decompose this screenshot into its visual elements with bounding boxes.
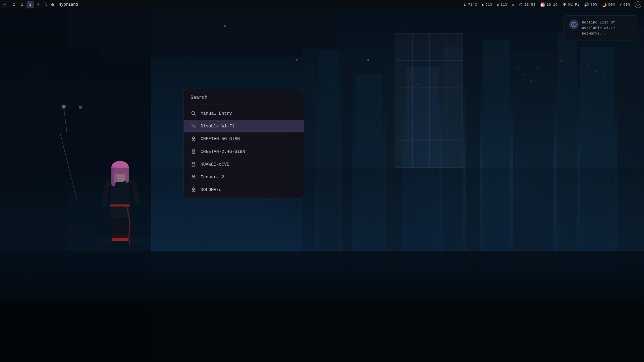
wifi-item-cheetah5g[interactable]: CHEETAH-5G-GiBN	[184, 132, 304, 145]
svg-rect-32	[595, 70, 598, 72]
svg-rect-40	[27, 101, 29, 161]
wifi-list: Manual Entry Disable Wi-Fi	[184, 105, 304, 198]
wifi-item-manual-entry[interactable]: Manual Entry	[184, 107, 304, 120]
clock-item: ⏱ 13:53	[519, 2, 535, 7]
battery-item: ⚡ 60%	[620, 2, 630, 7]
lock-icon-cheetah24g	[191, 148, 197, 155]
arch-icon: ▲	[512, 2, 514, 7]
svg-point-83	[193, 139, 194, 140]
lock-icon-dolomako	[191, 187, 197, 193]
wifi-item-manual-entry-label: Manual Entry	[201, 111, 297, 116]
lock-icon-cheetah5g	[191, 136, 197, 142]
wifi-search-container: Search	[184, 89, 304, 105]
workspace-4[interactable]: 4	[35, 1, 42, 8]
workspace-1[interactable]: 1	[10, 1, 18, 8]
svg-rect-25	[517, 67, 519, 68]
lock-icon-tensura	[191, 174, 197, 180]
lock-icon-huawei	[191, 161, 197, 167]
svg-rect-78	[0, 168, 644, 302]
temperature-item: 🌡 71°C	[463, 2, 477, 7]
wifi-status-value: Wi-Fi	[568, 3, 579, 7]
search-icon	[191, 110, 197, 116]
svg-rect-77	[396, 34, 463, 168]
temp-icon: 🌡	[463, 2, 467, 7]
volume-item: 🔊 70%	[584, 2, 597, 7]
wifi-status-icon	[562, 3, 567, 7]
notification-popup: Getting list of available Wi-Fi networks…	[564, 15, 637, 41]
wifi-off-icon	[191, 123, 197, 129]
notification-icon	[569, 20, 579, 29]
topbar-right: 🌡 71°C ▮ 51% ◉ 11% ▲ ⏱ 13:53 📅 10-16	[463, 1, 641, 8]
svg-point-85	[193, 152, 194, 153]
window-title: Hyprland	[59, 2, 78, 7]
brightness-value: 50%	[608, 3, 615, 7]
wifi-item-tensura[interactable]: Tensura 2	[184, 171, 304, 183]
bg-scene	[0, 0, 644, 362]
svg-rect-37	[34, 67, 44, 101]
svg-rect-16	[327, 74, 328, 75]
wifi-menu: Search Manual Entry Disab	[183, 89, 304, 198]
svg-point-89	[193, 178, 194, 178]
temperature-value: 71°C	[468, 3, 477, 7]
wifi-item-huawei-label: HUAWEI-cCVE	[201, 162, 297, 167]
svg-rect-30	[567, 67, 569, 68]
cpu-value: 11%	[500, 3, 507, 7]
cpu-icon: ◉	[497, 2, 499, 7]
svg-rect-18	[359, 84, 360, 85]
wifi-search-label: Search	[191, 95, 207, 100]
battery-main-value: 51%	[485, 3, 492, 7]
svg-rect-19	[364, 90, 365, 92]
svg-rect-29	[560, 60, 562, 62]
svg-point-91	[193, 190, 194, 191]
battery-icon: ⚡	[620, 2, 622, 7]
svg-rect-44	[134, 30, 268, 57]
arch-item: ▲	[512, 2, 514, 7]
workspace-2[interactable]: 2	[18, 1, 26, 8]
svg-rect-31	[587, 64, 589, 65]
svg-point-52	[79, 106, 82, 109]
svg-rect-28	[537, 67, 539, 68]
brightness-icon: 🌙	[602, 2, 607, 7]
svg-rect-26	[523, 74, 525, 75]
workspace-5[interactable]: 5	[43, 1, 50, 8]
wifi-item-disable-label: Disable Wi-Fi	[201, 124, 297, 129]
svg-rect-17	[332, 80, 333, 81]
wifi-item-huawei[interactable]: HUAWEI-cCVE	[184, 158, 304, 171]
power-button[interactable]: ⏻	[635, 1, 641, 8]
workspace-3[interactable]: 3	[26, 1, 34, 8]
svg-rect-33	[604, 77, 606, 78]
svg-rect-15	[322, 67, 323, 68]
wifi-status-item[interactable]: Wi-Fi	[562, 3, 579, 7]
workspace-switcher: 1 2 3 4 5	[10, 1, 55, 8]
svg-point-45	[224, 25, 226, 27]
wifi-item-cheetah24g-label: CHEETAH-2.4G-GiBN	[201, 149, 297, 154]
svg-rect-27	[530, 80, 532, 82]
date-item: 📅 10-16	[540, 2, 557, 7]
wifi-item-tensura-label: Tensura 2	[201, 175, 297, 180]
svg-point-46	[367, 59, 369, 61]
cpu-item: ◉ 11%	[497, 2, 507, 7]
svg-point-87	[193, 165, 194, 166]
wifi-item-disable[interactable]: Disable Wi-Fi	[184, 120, 304, 132]
volume-icon: 🔊	[584, 2, 589, 7]
brightness-item: 🌙 50%	[602, 2, 615, 7]
wifi-item-dolomako-label: DOLOMAko	[201, 187, 297, 192]
workspace-dot	[51, 3, 54, 6]
svg-rect-41	[50, 94, 52, 161]
date-icon: 📅	[540, 2, 545, 7]
battery-main-icon: ▮	[482, 2, 484, 7]
wifi-item-dolomako[interactable]: DOLOMAko	[184, 183, 304, 196]
clock-icon: ⏱	[519, 2, 523, 7]
battery-main-item: ▮ 51%	[482, 2, 492, 7]
topbar: ☰ 1 2 3 4 5 Hyprland 🌡 71°C ▮ 51% ◉ 11% …	[0, 0, 644, 9]
svg-line-81	[195, 114, 196, 116]
svg-point-47	[296, 59, 298, 61]
menu-icon[interactable]: ☰	[3, 2, 7, 8]
wifi-item-cheetah5g-label: CHEETAH-5G-GiBN	[201, 136, 297, 141]
wifi-item-cheetah24g[interactable]: CHEETAH-2.4G-GiBN	[184, 145, 304, 158]
date-value: 10-16	[546, 3, 557, 7]
notification-text: Getting list of available Wi-Fi networks…	[582, 20, 632, 37]
volume-value: 70%	[590, 3, 597, 7]
svg-point-51	[62, 105, 66, 109]
svg-rect-39	[0, 151, 84, 153]
